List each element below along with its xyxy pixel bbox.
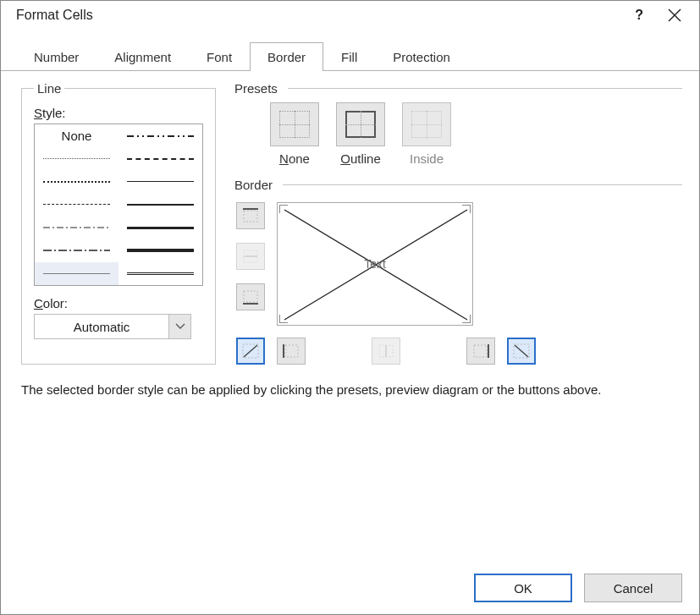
tab-strip: Number Alignment Font Border Fill Protec…: [1, 41, 699, 71]
style-option[interactable]: [119, 217, 202, 239]
line-group: Line Style: None: [21, 81, 216, 365]
border-right-button[interactable]: [466, 338, 495, 365]
presets-legend: Presets: [234, 81, 278, 96]
style-option[interactable]: [35, 262, 119, 285]
line-legend: Line: [34, 81, 64, 96]
border-diagonal-down-button[interactable]: [507, 338, 536, 365]
preset-none-label: None: [279, 151, 310, 166]
style-option[interactable]: [35, 239, 119, 262]
svg-line-14: [244, 345, 257, 357]
color-label: Color:: [34, 296, 203, 310]
style-option[interactable]: [119, 124, 202, 147]
border-diagonal-up-button[interactable]: [236, 338, 265, 365]
tab-border[interactable]: Border: [250, 42, 323, 71]
svg-rect-19: [474, 345, 487, 357]
preset-none-button[interactable]: [270, 102, 319, 146]
svg-rect-5: [244, 211, 257, 222]
chevron-down-icon: [168, 315, 190, 338]
style-option[interactable]: [119, 147, 202, 170]
close-icon[interactable]: [667, 8, 682, 23]
style-option[interactable]: [35, 217, 119, 239]
preset-outline-label: Outline: [340, 151, 381, 166]
tab-number[interactable]: Number: [16, 42, 96, 71]
svg-rect-15: [285, 345, 298, 357]
border-preview[interactable]: Text: [277, 202, 473, 326]
tab-alignment[interactable]: Alignment: [96, 42, 189, 71]
border-horizontal-middle-button[interactable]: [236, 243, 265, 270]
svg-rect-9: [244, 291, 257, 302]
preset-inside-button[interactable]: [402, 102, 451, 146]
ok-button[interactable]: OK: [474, 574, 572, 602]
style-option[interactable]: [35, 147, 119, 170]
style-list[interactable]: None: [34, 124, 203, 286]
style-none[interactable]: None: [35, 129, 119, 143]
style-label: Style:: [34, 106, 203, 120]
help-text: The selected border style can be applied…: [21, 382, 682, 398]
border-legend: Border: [234, 178, 273, 192]
color-dropdown[interactable]: Automatic: [34, 314, 191, 339]
style-option[interactable]: [119, 193, 202, 216]
preset-outline-button[interactable]: [336, 102, 385, 146]
border-bottom-button[interactable]: [236, 283, 265, 310]
preset-inside-label: Inside: [410, 151, 444, 166]
preview-text: Text: [364, 257, 386, 271]
border-left-button[interactable]: [277, 338, 306, 365]
tab-font[interactable]: Font: [189, 42, 250, 71]
help-icon[interactable]: ?: [635, 8, 643, 23]
style-option[interactable]: [35, 193, 119, 216]
tab-fill[interactable]: Fill: [323, 42, 375, 71]
border-top-button[interactable]: [236, 202, 265, 229]
color-value: Automatic: [35, 320, 168, 334]
style-option[interactable]: [119, 170, 202, 193]
style-option[interactable]: [119, 239, 202, 262]
style-option[interactable]: [119, 262, 202, 285]
tab-protection[interactable]: Protection: [375, 42, 468, 71]
dialog-title: Format Cells: [16, 8, 93, 23]
cancel-button[interactable]: Cancel: [584, 574, 682, 602]
style-option[interactable]: [35, 170, 119, 193]
border-vertical-middle-button[interactable]: [372, 338, 400, 365]
svg-line-22: [515, 345, 528, 357]
